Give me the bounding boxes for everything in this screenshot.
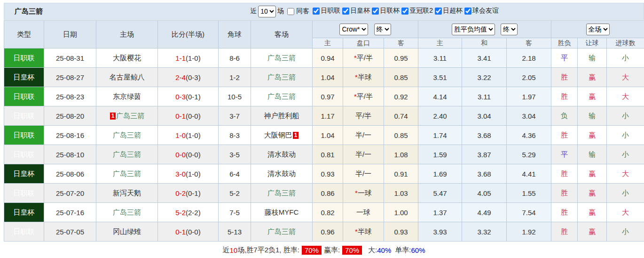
handicap-line: 半球 xyxy=(358,227,372,235)
match-date: 25-08-31 xyxy=(44,48,96,68)
away-team-name[interactable]: 广岛三箭 xyxy=(267,227,296,235)
league-badge: 日职联 xyxy=(4,126,44,145)
col-header-away: 客场 xyxy=(251,21,313,48)
match-date: 25-08-06 xyxy=(44,164,96,184)
away-team-name[interactable]: 清水鼓动 xyxy=(267,169,296,177)
recent-count-select[interactable]: 10 xyxy=(258,6,276,17)
away-team-cell: 广岛三箭 xyxy=(251,87,313,106)
table-header: 类型 日期 主场 比分(半场) 角球 客场 Crow* 终 胜平负均值 终 全场 xyxy=(4,21,644,48)
match-date: 25-07-05 xyxy=(44,222,96,242)
away-team-name[interactable]: 清水鼓动 xyxy=(267,150,296,158)
away-team-name[interactable]: 大阪钢巴 xyxy=(264,131,292,139)
goals-result: 大 xyxy=(607,87,644,106)
handicap-win-rate-label: 赢率: xyxy=(324,246,340,255)
home-team-name[interactable]: 广岛三箭 xyxy=(116,112,144,120)
crow-home-odds: 1.04 xyxy=(313,68,343,87)
score-cell: 1-1(1-0) xyxy=(158,48,219,68)
goals-result: 大 xyxy=(607,68,644,87)
home-team-name[interactable]: 新泻天鹅 xyxy=(113,189,141,197)
mean-home-odds: 1.69 xyxy=(418,164,462,184)
away-team-name[interactable]: 广岛三箭 xyxy=(267,92,296,100)
single-rate-value: 60% xyxy=(411,246,425,254)
home-team-name[interactable]: 东京绿茵 xyxy=(113,92,141,100)
home-team-cell: 广岛三箭 xyxy=(96,126,158,145)
crow-away-odds: 1.00 xyxy=(384,203,418,222)
corner-count: 1-2 xyxy=(219,68,251,87)
corner-count: 5-2 xyxy=(219,184,251,203)
mean-odds-time-select[interactable]: 终 xyxy=(501,24,518,35)
odds-company-time-select[interactable]: 终 xyxy=(374,24,391,35)
handicap-cell: 一球 xyxy=(343,203,384,222)
home-team-name[interactable]: 广岛三箭 xyxy=(113,169,141,177)
handicap-cell: *一球 xyxy=(343,184,384,203)
match-result: 胜 xyxy=(551,203,578,222)
crow-away-odds: 0.85 xyxy=(384,126,418,145)
mean-home-odds: 3.93 xyxy=(418,222,462,242)
mean-draw-odds: 4.05 xyxy=(462,184,507,203)
goals-result: 小 xyxy=(607,145,644,164)
goals-result: 小 xyxy=(607,222,644,242)
home-team-name[interactable]: 大阪樱花 xyxy=(113,54,141,62)
home-team-name[interactable]: 广岛三箭 xyxy=(113,131,141,139)
home-team-name[interactable]: 冈山绿雉 xyxy=(113,227,141,235)
half-time-score: (0-0) xyxy=(186,151,201,159)
away-team-cell: 藤枝MYFC xyxy=(251,203,313,222)
match-date: 25-07-16 xyxy=(44,203,96,222)
league-filter: 亚冠联2 xyxy=(400,7,433,15)
table-row: 日职联25-08-23东京绿茵0-3(0-1)10-5广岛三箭0.97*平/半0… xyxy=(4,87,644,106)
sub-col-handicap: 盘口 xyxy=(343,38,384,48)
mean-home-odds: 1.74 xyxy=(418,126,462,145)
league-filter: 日职联 xyxy=(311,7,340,15)
mean-draw-odds: 3.04 xyxy=(462,106,507,126)
league-badge: 日职联 xyxy=(4,87,44,106)
full-time-score: 0-1 xyxy=(175,228,186,236)
sub-col-mean-away: 客 xyxy=(507,38,551,48)
league-filter-checkbox[interactable] xyxy=(313,8,320,15)
half-time-score: (2-2) xyxy=(186,209,201,217)
league-filter-checkbox[interactable] xyxy=(372,8,379,15)
scope-select[interactable]: 全场 xyxy=(586,24,610,35)
rank-badge: 1 xyxy=(110,113,116,120)
away-team-name[interactable]: 藤枝MYFC xyxy=(265,208,299,216)
half-time-score: (0-0) xyxy=(186,112,201,120)
same-venue-checkbox[interactable] xyxy=(287,8,294,15)
away-team-cell: 广岛三箭 xyxy=(251,48,313,68)
page-container: 广岛三箭 近 10 场 同客 日职联日皇杯日联杯亚冠联2日超杯球会友谊 类型 日… xyxy=(4,3,644,258)
mean-away-odds: 2.05 xyxy=(507,68,551,87)
summary-record: 场,胜7平2负1, 胜率: xyxy=(237,246,299,255)
home-team-name[interactable]: 广岛三箭 xyxy=(113,150,141,158)
league-filter-checkbox[interactable] xyxy=(435,8,442,15)
league-filter: 球会友谊 xyxy=(463,7,499,15)
crow-away-odds: 0.91 xyxy=(384,164,418,184)
table-row: 日职联25-08-201广岛三箭0-1(0-0)3-7神户胜利船1.17平/半0… xyxy=(4,106,644,126)
home-team-name[interactable]: 名古屋鲸八 xyxy=(110,73,145,81)
handicap-cell: 半/一 xyxy=(343,164,384,184)
league-filter-checkbox[interactable] xyxy=(342,8,349,15)
mean-draw-odds: 3.87 xyxy=(462,145,507,164)
score-cell: 1-0(1-0) xyxy=(158,126,219,145)
top-bar: 广岛三箭 近 10 场 同客 日职联日皇杯日联杯亚冠联2日超杯球会友谊 xyxy=(4,3,644,20)
table-row: 日职联25-07-20新泻天鹅0-2(0-1)5-2广岛三箭0.86*一球1.0… xyxy=(4,184,644,203)
scope-group: 全场 xyxy=(551,21,644,38)
mean-odds-select[interactable]: 胜平负均值 xyxy=(452,24,495,35)
sub-col-goals: 进球数 xyxy=(607,38,644,48)
crow-home-odds: 0.94 xyxy=(313,48,343,68)
match-result: 胜 xyxy=(551,184,578,203)
away-team-name[interactable]: 广岛三箭 xyxy=(267,189,296,197)
mean-draw-odds: 4.49 xyxy=(462,203,507,222)
away-team-name[interactable]: 广岛三箭 xyxy=(267,73,296,81)
full-time-score: 0-3 xyxy=(175,93,186,101)
league-filter: 日超杯 xyxy=(433,7,463,15)
col-header-date: 日期 xyxy=(44,21,96,48)
odds-company-select[interactable]: Crow* xyxy=(339,24,368,35)
home-team-name[interactable]: 广岛三箭 xyxy=(113,208,141,216)
big-rate-value: 40% xyxy=(377,246,391,254)
league-filter-checkbox[interactable] xyxy=(401,8,408,15)
score-cell: 0-0(0-0) xyxy=(158,145,219,164)
score-cell: 5-2(2-2) xyxy=(158,203,219,222)
sub-col-crow-away: 客 xyxy=(384,38,418,48)
away-team-name[interactable]: 广岛三箭 xyxy=(267,54,296,62)
away-team-name[interactable]: 神户胜利船 xyxy=(264,112,299,120)
mean-draw-odds: 3.68 xyxy=(462,164,507,184)
league-filter-checkbox[interactable] xyxy=(464,8,471,15)
